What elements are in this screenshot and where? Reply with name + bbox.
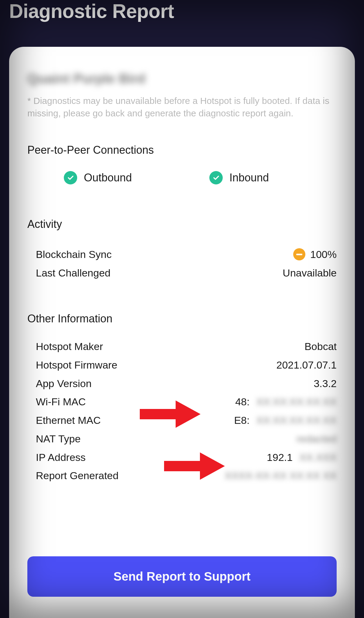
- report-generated-value: XXXX-XX-XX XX:XX XX: [225, 468, 337, 484]
- report-generated-row: Report Generated XXXX-XX-XX XX:XX XX: [36, 466, 337, 485]
- ip-address-label: IP Address: [36, 449, 86, 465]
- page-title: Diagnostic Report: [0, 0, 364, 32]
- ethernet-mac-label: Ethernet MAC: [36, 412, 101, 428]
- hotspot-maker-label: Hotspot Maker: [36, 338, 103, 355]
- p2p-inbound-label: Inbound: [229, 171, 269, 184]
- ip-address-value: 192.1 XX.XXX: [267, 449, 337, 465]
- disclaimer-text: * Diagnostics may be unavailable before …: [27, 95, 337, 119]
- wifi-mac-row: Wi-Fi MAC 48: XX:XX:XX:XX:XX: [36, 393, 337, 411]
- p2p-section: Peer-to-Peer Connections Outbound Inboun…: [27, 144, 337, 184]
- blockchain-sync-row: Blockchain Sync 100%: [36, 245, 337, 264]
- wifi-mac-value: 48: XX:XX:XX:XX:XX: [235, 394, 337, 410]
- blockchain-sync-label: Blockchain Sync: [36, 246, 112, 263]
- send-report-button[interactable]: Send Report to Support: [27, 556, 337, 597]
- hotspot-firmware-label: Hotspot Firmware: [36, 357, 117, 373]
- last-challenged-value: Unavailable: [283, 265, 337, 281]
- p2p-inbound: Inbound: [209, 171, 337, 184]
- wifi-mac-label: Wi-Fi MAC: [36, 394, 86, 410]
- blockchain-sync-value: 100%: [310, 246, 337, 263]
- other-info-title: Other Information: [27, 312, 337, 325]
- minus-icon: [293, 248, 305, 260]
- ethernet-mac-row: Ethernet MAC E8: XX:XX:XX:XX:XX: [36, 411, 337, 430]
- nat-type-row: NAT Type redacted: [36, 430, 337, 448]
- last-challenged-label: Last Challenged: [36, 265, 111, 281]
- hotspot-maker-value: Bobcat: [304, 338, 337, 355]
- last-challenged-row: Last Challenged Unavailable: [36, 264, 337, 282]
- hotspot-firmware-row: Hotspot Firmware 2021.07.07.1: [36, 356, 337, 374]
- nat-type-label: NAT Type: [36, 431, 81, 447]
- ethernet-mac-value: E8: XX:XX:XX:XX:XX: [234, 412, 337, 428]
- app-version-row: App Version 3.3.2: [36, 374, 337, 393]
- app-version-value: 3.3.2: [314, 376, 337, 392]
- activity-section: Activity Blockchain Sync 100% Last Chall…: [27, 218, 337, 282]
- check-icon: [64, 171, 77, 184]
- hotspot-firmware-value: 2021.07.07.1: [276, 357, 337, 373]
- hotspot-maker-row: Hotspot Maker Bobcat: [36, 337, 337, 356]
- hotspot-name: Quaint Purple Bird: [27, 71, 337, 86]
- p2p-outbound-label: Outbound: [84, 171, 132, 184]
- ip-address-row: IP Address 192.1 XX.XXX: [36, 448, 337, 467]
- app-version-label: App Version: [36, 376, 91, 392]
- other-info-section: Other Information Hotspot Maker Bobcat H…: [27, 312, 337, 485]
- p2p-outbound: Outbound: [64, 171, 191, 184]
- nat-type-value: redacted: [297, 431, 337, 447]
- p2p-title: Peer-to-Peer Connections: [27, 144, 337, 156]
- report-generated-label: Report Generated: [36, 468, 118, 484]
- diagnostic-card: Quaint Purple Bird * Diagnostics may be …: [9, 47, 355, 618]
- check-icon: [209, 171, 223, 184]
- activity-title: Activity: [27, 218, 337, 231]
